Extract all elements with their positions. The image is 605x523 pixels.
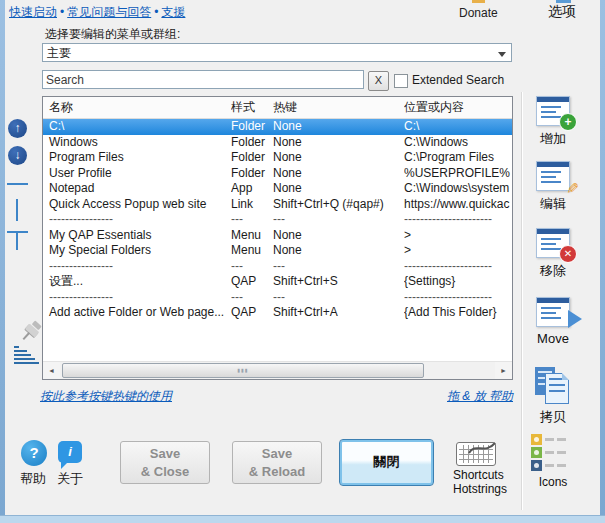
cell-hotkey: Shift+Ctrl+S (273, 274, 404, 290)
cell-hotkey: --- (273, 259, 404, 275)
dragdrop-help-link[interactable]: 拖 & 放 帮助 (447, 388, 513, 405)
cell-name: Notepad (43, 181, 231, 197)
copy-label: 拷贝 (527, 408, 579, 426)
table-body: C:\ Folder None C:\ Windows Folder None … (43, 119, 512, 321)
cell-hotkey: None (273, 181, 404, 197)
move-button[interactable]: Move (527, 297, 579, 346)
clear-search-button[interactable]: X (368, 71, 389, 91)
cell-style: Folder (231, 135, 273, 151)
table-row[interactable]: ---------------- --- --- ---------------… (43, 290, 512, 306)
pin-icon[interactable] (15, 316, 46, 347)
cell-name: ---------------- (43, 290, 231, 306)
menu-select-value: 主要 (47, 46, 71, 60)
copy-button[interactable]: 拷贝 (527, 367, 579, 426)
close-button[interactable]: 關閉 (339, 439, 434, 486)
bullet-separator: • (154, 5, 158, 19)
save-close-button[interactable]: Save & Close (120, 441, 210, 484)
link-support[interactable]: 支援 (161, 5, 185, 19)
cell-location: {Settings} (404, 274, 512, 290)
table-row[interactable]: ---------------- --- --- ---------------… (43, 259, 512, 275)
extended-search-checkbox[interactable] (394, 74, 408, 88)
cell-hotkey: None (273, 166, 404, 182)
cell-hotkey: --- (273, 290, 404, 306)
shortcuts-hotstrings-button[interactable]: Shortcuts Hotstrings (453, 432, 499, 497)
keyboard-icon (456, 442, 496, 466)
cell-location: {Add This Folder} (404, 305, 512, 321)
cell-name: My QAP Essentials (43, 228, 231, 244)
menu-select-dropdown[interactable]: 主要 (42, 43, 512, 62)
scrollbar-thumb[interactable] (62, 363, 424, 378)
column-header-hotkey: 热键 (273, 97, 404, 118)
cell-hotkey: None (273, 119, 404, 135)
cell-location: C:\Windows\system (404, 181, 512, 197)
remove-button[interactable]: ✕ 移除 (527, 228, 579, 280)
search-input[interactable] (42, 70, 364, 89)
cell-location: ---------------------- (404, 212, 512, 228)
table-header: 名称 样式 热键 位置或内容 (43, 97, 512, 119)
extended-search-label: Extended Search (412, 73, 504, 87)
cell-style: App (231, 181, 273, 197)
remove-list-icon: ✕ (536, 228, 570, 258)
cell-location: > (404, 228, 512, 244)
table-row[interactable]: Add active Folder or Web page... QAP Shi… (43, 305, 512, 321)
table-row[interactable]: My QAP Essentials Menu None > (43, 228, 512, 244)
options-button[interactable]: 选项 (548, 3, 576, 21)
cell-name: Windows (43, 135, 231, 151)
table-row[interactable]: User Profile Folder None %USERPROFILE% (43, 166, 512, 182)
edit-button[interactable]: ✎ 编辑 (527, 161, 579, 213)
window-border-right (600, 0, 605, 523)
add-button[interactable]: + 增加 (527, 96, 579, 148)
cell-location: C:\Program Files (404, 150, 512, 166)
table-row[interactable]: Quick Access Popup web site Link Shift+C… (43, 197, 512, 213)
about-label: 关于 (57, 470, 83, 488)
cell-hotkey: Shift+Ctrl+Q (#qap#) (273, 197, 404, 213)
table-row[interactable]: Notepad App None C:\Windows\system (43, 181, 512, 197)
cable-icon (465, 441, 499, 454)
icons-button[interactable]: Icons (527, 434, 579, 489)
save-close-line1: Save (121, 445, 209, 463)
cell-hotkey: None (273, 150, 404, 166)
menu-select-label: 选择要编辑的菜单或群组: (45, 26, 180, 43)
cell-location: %USERPROFILE% (404, 166, 512, 182)
cell-style: --- (231, 290, 273, 306)
cell-style: Menu (231, 243, 273, 259)
horizontal-separator-button[interactable] (7, 183, 28, 185)
table-row[interactable]: 设置... QAP Shift+Ctrl+S {Settings} (43, 274, 512, 290)
hotkey-help-link[interactable]: 按此参考按键热键的使用 (40, 388, 172, 405)
save-reload-line2: & Reload (233, 463, 321, 481)
link-quick-start[interactable]: 快速启动 (9, 5, 57, 19)
menu-items-table: 名称 样式 热键 位置或内容 C:\ Folder None C:\ Windo… (42, 96, 513, 380)
cell-hotkey: None (273, 243, 404, 259)
menu-break-button[interactable] (7, 231, 28, 253)
move-up-button[interactable]: ↑ (8, 119, 27, 138)
table-row[interactable]: ---------------- --- --- ---------------… (43, 212, 512, 228)
table-row[interactable]: Program Files Folder None C:\Program Fil… (43, 150, 512, 166)
add-list-icon: + (536, 96, 570, 126)
cell-style: QAP (231, 305, 273, 321)
bullet-separator: • (60, 5, 64, 19)
header-links: 快速启动•常见问题与回答•支援 (9, 4, 185, 21)
donate-button[interactable]: Donate (459, 6, 498, 20)
column-break-button[interactable] (16, 199, 18, 221)
cell-location: C:\ (404, 119, 512, 135)
move-down-button[interactable]: ↓ (8, 146, 27, 165)
cell-hotkey: --- (273, 212, 404, 228)
donate-icon (472, 0, 485, 3)
table-row[interactable]: C:\ Folder None C:\ (43, 119, 512, 135)
cell-location: https://www.quickac (404, 197, 512, 213)
save-reload-button[interactable]: Save & Reload (232, 441, 322, 484)
scroll-right-button[interactable]: ► (495, 362, 512, 379)
about-button[interactable]: i (58, 441, 82, 463)
table-row[interactable]: Windows Folder None C:\Windows (43, 135, 512, 151)
plus-badge-icon: + (559, 113, 577, 131)
help-button[interactable]: ? (21, 440, 47, 466)
cell-style: Menu (231, 228, 273, 244)
cell-name: Program Files (43, 150, 231, 166)
chevron-down-icon (498, 52, 506, 57)
link-faq[interactable]: 常见问题与回答 (67, 5, 151, 19)
sort-button[interactable] (14, 346, 40, 366)
table-row[interactable]: My Special Folders Menu None > (43, 243, 512, 259)
scroll-left-button[interactable]: ◄ (43, 362, 60, 379)
horizontal-scrollbar[interactable]: ◄ ► (43, 361, 512, 379)
cell-style: QAP (231, 274, 273, 290)
